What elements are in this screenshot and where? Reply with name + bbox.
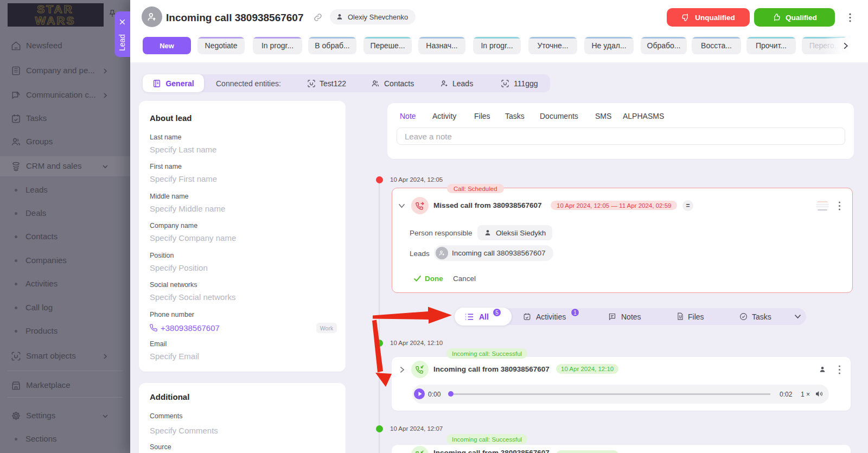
svg-text:STAR: STAR xyxy=(37,4,74,15)
svg-text:WARS: WARS xyxy=(35,15,76,27)
